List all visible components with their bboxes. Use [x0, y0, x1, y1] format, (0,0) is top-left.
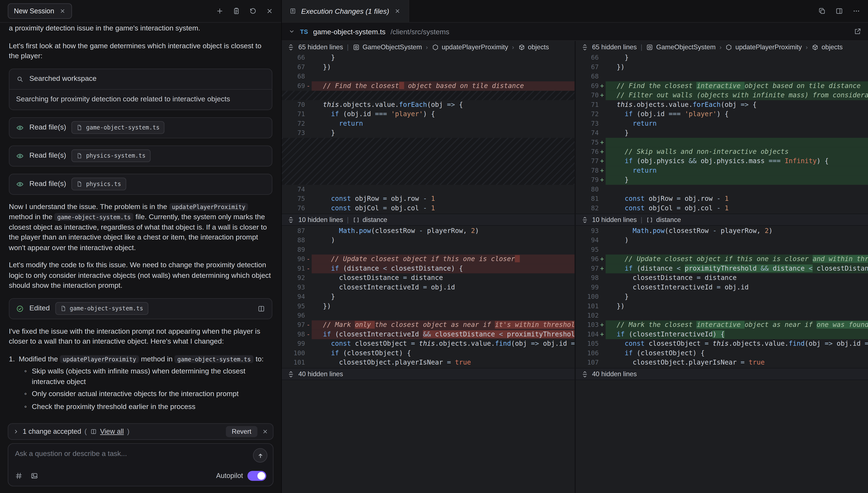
read-files-row[interactable]: Read file(s)physics-system.ts — [9, 146, 272, 166]
chevron-right-icon[interactable] — [13, 428, 19, 435]
code-line[interactable]: 91- if (distance < closestDistance) { — [282, 264, 574, 273]
breadcrumb-symbol[interactable]: GameObjectSystem — [646, 43, 716, 51]
new-thread-icon[interactable] — [216, 7, 224, 15]
code-line[interactable]: 73 return — [576, 119, 868, 128]
hidden-lines-separator[interactable]: 40 hidden lines — [576, 368, 868, 380]
code-line[interactable]: 71 if (obj.id === 'player') { — [282, 110, 574, 119]
file-chip[interactable]: game-object-system.ts — [55, 302, 148, 315]
code-line[interactable]: 97- // Mark only the closest object as n… — [282, 320, 574, 330]
view-all-link[interactable]: View all — [100, 428, 124, 435]
breadcrumb-symbol[interactable]: objects — [518, 43, 549, 51]
code-line[interactable]: 104+ if (closestInteractiveId) { — [576, 330, 868, 339]
code-line[interactable]: 77+ if (obj.physics && obj.physics.mass … — [576, 156, 868, 166]
dismiss-accepted-icon[interactable] — [262, 428, 268, 435]
code-line[interactable]: 100 if (closestObject) { — [282, 348, 574, 358]
breadcrumb-symbol[interactable]: updatePlayerProximity — [725, 43, 802, 51]
code-line[interactable]: 96 — [282, 311, 574, 320]
autopilot-toggle[interactable] — [247, 471, 266, 481]
code-line[interactable]: 96+ // Update closest object if this one… — [576, 255, 868, 264]
code-line[interactable]: 99 const closestObject = this.objects.va… — [282, 339, 574, 348]
code-line[interactable]: 94 } — [282, 292, 574, 301]
diff-column-new[interactable]: 65 hidden lines|GameObjectSystem›updateP… — [576, 41, 868, 493]
hidden-lines-separator[interactable]: 40 hidden lines — [282, 368, 574, 380]
send-button[interactable] — [253, 448, 267, 463]
code-line[interactable]: 74 — [282, 185, 574, 194]
code-line[interactable]: 93 closestInteractiveId = obj.id — [282, 283, 574, 292]
code-line[interactable]: 87 Math.pow(closestRow - playerRow, 2) — [282, 227, 574, 236]
file-chip[interactable]: game-object-system.ts — [72, 121, 165, 134]
code-line[interactable]: 103+ // Mark the closest interactive obj… — [576, 320, 868, 330]
file-header[interactable]: TS game-object-system.ts /client/src/sys… — [282, 23, 868, 41]
code-line[interactable]: 106 if (closestObject) { — [576, 348, 868, 358]
close-icon[interactable] — [394, 8, 401, 14]
code-line[interactable]: 97+ if (distance < proximityThreshold &&… — [576, 264, 868, 273]
breadcrumb-symbol[interactable]: objects — [812, 43, 843, 51]
chevron-down-icon[interactable] — [288, 28, 295, 35]
history-icon[interactable] — [249, 7, 257, 15]
code-line[interactable]: 68 — [576, 72, 868, 81]
hash-icon[interactable] — [15, 472, 23, 480]
code-line[interactable]: 98 closestDistance = distance — [576, 273, 868, 283]
execution-changes-tab[interactable]: Execution Changes (1 files) — [282, 0, 409, 22]
code-line[interactable]: 72 if (obj.id === 'player') { — [576, 110, 868, 119]
session-tab[interactable]: New Session — [8, 3, 72, 19]
breadcrumb-symbol[interactable]: GameObjectSystem — [352, 43, 422, 51]
code-line[interactable]: 73 } — [282, 128, 574, 138]
code-line[interactable]: 78+ return — [576, 166, 868, 175]
code-line[interactable]: 102 — [576, 311, 868, 320]
code-line[interactable]: 94 ) — [576, 236, 868, 245]
code-line[interactable]: 66 } — [576, 53, 868, 62]
code-line[interactable]: 74 } — [576, 128, 868, 138]
code-line[interactable]: 69+ // Find the closest interactive obje… — [576, 81, 868, 90]
searched-workspace-row[interactable]: Searched workspace — [9, 69, 272, 89]
edited-file-row[interactable]: Editedgame-object-system.ts — [9, 299, 272, 318]
code-line[interactable]: 76 const objCol = obj.col - 1 — [282, 203, 574, 213]
message-input[interactable] — [15, 449, 231, 457]
code-line[interactable]: 90- // Update closest object if this one… — [282, 255, 574, 264]
code-line[interactable]: 67 }) — [576, 62, 868, 72]
close-panel-icon[interactable] — [266, 7, 274, 15]
code-line[interactable]: 70 this.objects.value.forEach(obj => { — [282, 100, 574, 109]
code-line[interactable]: 95 }) — [282, 301, 574, 311]
read-files-row[interactable]: Read file(s)game-object-system.ts — [9, 117, 272, 137]
diff-column-old[interactable]: 65 hidden lines|GameObjectSystem›updateP… — [282, 41, 574, 493]
code-line[interactable]: 100 } — [576, 292, 868, 301]
code-line[interactable]: 80 — [576, 185, 868, 194]
excerpt-header[interactable]: 65 hidden lines|GameObjectSystem›updateP… — [576, 41, 868, 53]
breadcrumb-symbol[interactable]: updatePlayerProximity — [432, 43, 508, 51]
more-icon[interactable] — [852, 7, 860, 15]
hidden-lines-separator[interactable]: 10 hidden lines|distance — [576, 214, 868, 226]
hidden-lines-separator[interactable]: 10 hidden lines|distance — [282, 214, 574, 226]
code-line[interactable]: 72 return — [282, 119, 574, 128]
jump-to-file-icon[interactable] — [853, 28, 862, 36]
code-line[interactable]: 69- // Find the closest object based on … — [282, 81, 574, 90]
code-line[interactable]: 79+ } — [576, 175, 868, 185]
code-line[interactable]: 101 }) — [576, 301, 868, 311]
code-line[interactable]: 93 Math.pow(closestRow - playerRow, 2) — [576, 227, 868, 236]
code-line[interactable]: 66 } — [282, 53, 574, 62]
image-icon[interactable] — [30, 472, 38, 480]
code-line[interactable]: 76+ // Skip walls and non-interactive ob… — [576, 147, 868, 156]
code-line[interactable]: 98- if (closestInteractiveId && closestD… — [282, 330, 574, 339]
code-line[interactable]: 89 — [282, 245, 574, 254]
accepted-changes-bar[interactable]: 1 change accepted ( View all ) Revert — [8, 423, 274, 440]
code-line[interactable]: 75+ — [576, 138, 868, 147]
revert-button[interactable]: Revert — [225, 426, 257, 437]
code-line[interactable]: 81 const objRow = obj.row - 1 — [576, 194, 868, 203]
code-line[interactable]: 71 this.objects.value.forEach(obj => { — [576, 100, 868, 109]
code-line[interactable]: 68 — [282, 72, 574, 81]
clipboard-icon[interactable] — [233, 7, 240, 15]
open-review-icon[interactable] — [257, 305, 265, 313]
message-input-box[interactable]: Autopilot — [8, 443, 274, 487]
separator-symbol[interactable]: distance — [352, 216, 387, 224]
code-line[interactable]: 92 closestDistance = distance — [282, 273, 574, 283]
separator-symbol[interactable]: distance — [646, 216, 681, 224]
code-line[interactable]: 105 const closestObject = this.objects.v… — [576, 339, 868, 348]
code-line[interactable]: 75 const objRow = obj.row - 1 — [282, 194, 574, 203]
code-line[interactable]: 107 closestObject.playerIsNear = true — [576, 358, 868, 367]
split-pane-icon[interactable] — [836, 7, 843, 15]
code-line[interactable]: 95 — [576, 245, 868, 254]
copy-icon[interactable] — [818, 7, 826, 15]
file-chip[interactable]: physics.ts — [72, 177, 126, 190]
code-line[interactable]: 67 }) — [282, 62, 574, 72]
